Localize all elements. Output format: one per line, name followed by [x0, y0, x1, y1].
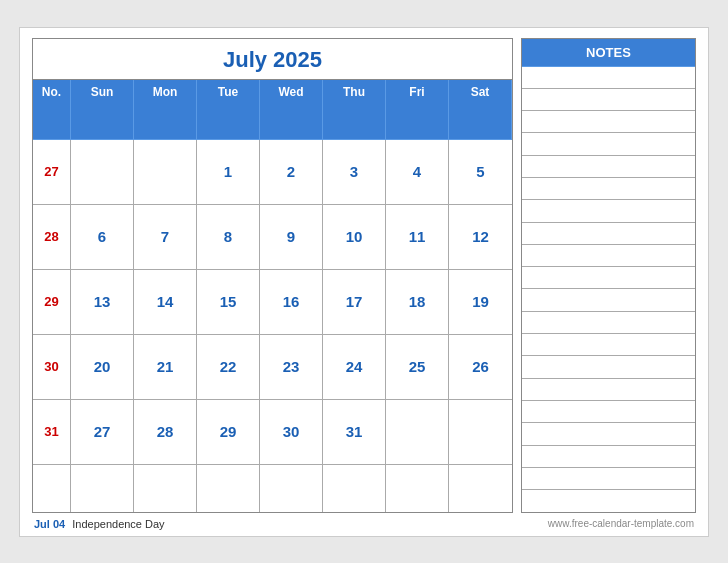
day-cell-w1d0: 6: [71, 205, 134, 270]
day-cell-w2d0: 13: [71, 270, 134, 335]
day-cell-w3d3: 23: [260, 335, 323, 400]
day-cell-w2d5: 18: [386, 270, 449, 335]
day-cell-w3d5: 25: [386, 335, 449, 400]
notes-line-18: [522, 468, 695, 490]
notes-lines: [522, 67, 695, 512]
day-cell-w1d1: 7: [134, 205, 197, 270]
notes-section: NOTES: [521, 38, 696, 513]
col-header-mon: Mon: [134, 80, 197, 140]
day-cell-w2d6: 19: [449, 270, 512, 335]
day-cell-w0d1: [134, 140, 197, 205]
notes-line-5: [522, 178, 695, 200]
week-num-0: 27: [33, 140, 71, 205]
day-cell-w4d5: [386, 400, 449, 465]
holiday-name: Independence Day: [72, 518, 164, 530]
day-cell-w3d1: 21: [134, 335, 197, 400]
page: July 2025 No. Sun Mon Tue Wed Thu Fri Sa…: [19, 27, 709, 537]
notes-line-1: [522, 89, 695, 111]
week-num-3: 30: [33, 335, 71, 400]
col-header-tue: Tue: [197, 80, 260, 140]
notes-line-3: [522, 133, 695, 155]
day-cell-w1d5: 11: [386, 205, 449, 270]
day-cell-w0d6: 5: [449, 140, 512, 205]
day-cell-w0d3: 2: [260, 140, 323, 205]
day-cell-w5d3: [260, 465, 323, 512]
day-cell-w5d1: [134, 465, 197, 512]
day-cell-w5d2: [197, 465, 260, 512]
notes-line-6: [522, 200, 695, 222]
notes-line-19: [522, 490, 695, 511]
day-cell-w3d2: 22: [197, 335, 260, 400]
col-header-sat: Sat: [449, 80, 512, 140]
col-header-thu: Thu: [323, 80, 386, 140]
footer-holiday: Jul 04 Independence Day: [34, 518, 165, 530]
day-cell-w4d2: 29: [197, 400, 260, 465]
day-cell-w1d2: 8: [197, 205, 260, 270]
main-row: July 2025 No. Sun Mon Tue Wed Thu Fri Sa…: [32, 38, 696, 513]
footer-url: www.free-calendar-template.com: [548, 518, 694, 529]
footer: Jul 04 Independence Day www.free-calenda…: [32, 513, 696, 530]
day-cell-w2d4: 17: [323, 270, 386, 335]
notes-line-0: [522, 67, 695, 89]
notes-line-11: [522, 312, 695, 334]
day-cell-w2d2: 15: [197, 270, 260, 335]
notes-header: NOTES: [522, 39, 695, 67]
day-cell-w0d5: 4: [386, 140, 449, 205]
day-cell-w5d0: [71, 465, 134, 512]
week-num-1: 28: [33, 205, 71, 270]
notes-line-17: [522, 446, 695, 468]
day-cell-w3d4: 24: [323, 335, 386, 400]
day-cell-w4d1: 28: [134, 400, 197, 465]
day-cell-w2d3: 16: [260, 270, 323, 335]
day-cell-w5d4: [323, 465, 386, 512]
notes-line-8: [522, 245, 695, 267]
day-cell-w1d4: 10: [323, 205, 386, 270]
notes-line-9: [522, 267, 695, 289]
calendar-grid: No. Sun Mon Tue Wed Thu Fri Sat 27123452…: [33, 80, 512, 512]
day-cell-w3d6: 26: [449, 335, 512, 400]
day-cell-w1d3: 9: [260, 205, 323, 270]
notes-line-15: [522, 401, 695, 423]
notes-line-14: [522, 379, 695, 401]
holiday-date: Jul 04: [34, 518, 65, 530]
day-cell-w0d2: 1: [197, 140, 260, 205]
notes-line-13: [522, 356, 695, 378]
day-cell-w4d6: [449, 400, 512, 465]
day-cell-w3d0: 20: [71, 335, 134, 400]
week-num-4: 31: [33, 400, 71, 465]
notes-line-16: [522, 423, 695, 445]
day-cell-w4d0: 27: [71, 400, 134, 465]
col-header-sun: Sun: [71, 80, 134, 140]
notes-line-10: [522, 289, 695, 311]
week-num-2: 29: [33, 270, 71, 335]
day-cell-w5d6: [449, 465, 512, 512]
notes-line-2: [522, 111, 695, 133]
notes-line-12: [522, 334, 695, 356]
notes-line-4: [522, 156, 695, 178]
day-cell-w0d0: [71, 140, 134, 205]
col-header-fri: Fri: [386, 80, 449, 140]
calendar-title: July 2025: [33, 39, 512, 80]
day-cell-w5d5: [386, 465, 449, 512]
calendar-section: July 2025 No. Sun Mon Tue Wed Thu Fri Sa…: [32, 38, 513, 513]
col-header-wed: Wed: [260, 80, 323, 140]
day-cell-w1d6: 12: [449, 205, 512, 270]
notes-line-7: [522, 223, 695, 245]
day-cell-w2d1: 14: [134, 270, 197, 335]
day-cell-w4d3: 30: [260, 400, 323, 465]
week-num-5: [33, 465, 71, 512]
day-cell-w0d4: 3: [323, 140, 386, 205]
day-cell-w4d4: 31: [323, 400, 386, 465]
col-header-no: No.: [33, 80, 71, 140]
